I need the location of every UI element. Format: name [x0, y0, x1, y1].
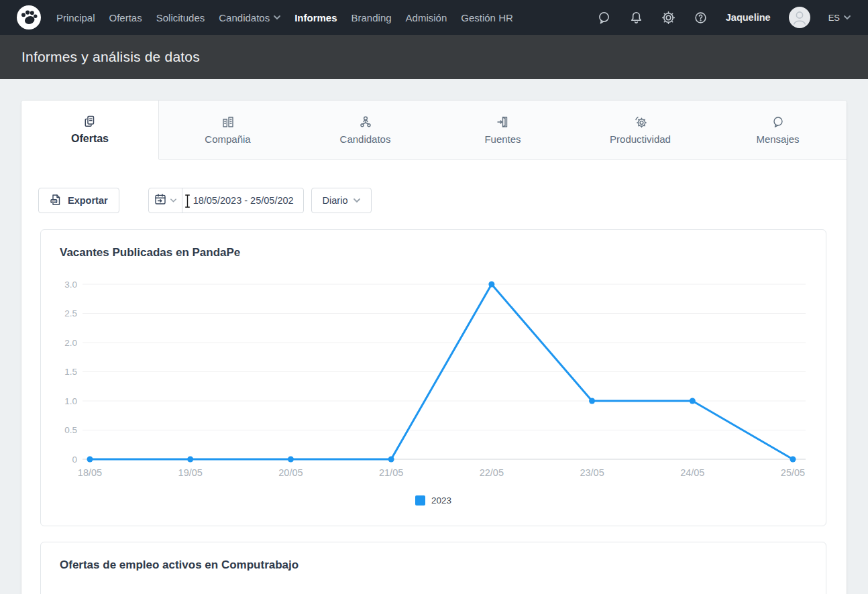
offers-icon [83, 115, 97, 128]
nav-item-informes[interactable]: Informes [294, 12, 337, 23]
nav-item-principal[interactable]: Principal [56, 12, 95, 23]
svg-text:csv: csv [52, 200, 56, 202]
svg-text:24/05: 24/05 [680, 467, 704, 478]
chat-icon[interactable] [597, 11, 611, 25]
nav-item-admision[interactable]: Admisión [406, 12, 447, 23]
tab-mensajes[interactable]: Mensajes [709, 101, 847, 160]
page-title: Informes y análisis de datos [21, 49, 200, 65]
reports-card: Ofertas Compañia Candidatos [21, 101, 847, 594]
svg-text:22/05: 22/05 [480, 467, 504, 478]
report-toolbar: csv Exportar 18/05/2023 - 25/05/202 [38, 188, 828, 213]
svg-text:19/05: 19/05 [178, 467, 203, 478]
legend-swatch-2023 [415, 495, 425, 506]
legend-label-2023: 2023 [431, 495, 451, 506]
nav-item-branding[interactable]: Branding [351, 12, 392, 23]
chevron-down-icon [274, 15, 280, 19]
csv-file-icon: csv [50, 194, 62, 208]
computrabajo-panel-title: Ofertas de empleo activos en Computrabaj… [41, 542, 826, 572]
tab-ofertas[interactable]: Ofertas [21, 101, 159, 160]
top-navigation: Principal Ofertas Solicitudes Candidatos… [0, 0, 868, 35]
svg-text:25/05: 25/05 [781, 467, 805, 478]
nav-item-solicitudes[interactable]: Solicitudes [156, 12, 205, 23]
company-icon [221, 115, 235, 129]
vacancies-panel: Vacantes Publicadas en PandaPe 00.51.01.… [40, 229, 826, 526]
svg-text:3.0: 3.0 [64, 280, 77, 290]
ibeam-cursor [184, 194, 191, 208]
computrabajo-panel: Ofertas de empleo activos en Computrabaj… [40, 542, 826, 594]
paw-icon [16, 5, 42, 30]
svg-text:0.5: 0.5 [64, 425, 77, 435]
svg-text:1.5: 1.5 [64, 367, 77, 377]
svg-text:2.0: 2.0 [64, 338, 77, 348]
page-title-bar: Informes y análisis de datos [0, 35, 868, 79]
tab-fuentes[interactable]: Fuentes [434, 101, 572, 160]
sources-icon [496, 115, 510, 129]
svg-text:0: 0 [72, 455, 77, 465]
user-silhouette-icon [789, 7, 810, 28]
notifications-icon[interactable] [629, 11, 643, 25]
svg-text:20/05: 20/05 [278, 467, 303, 478]
productivity-icon [634, 115, 647, 129]
tab-candidatos[interactable]: Candidatos [296, 101, 434, 160]
nav-item-candidatos[interactable]: Candidatos [219, 12, 280, 23]
svg-text:21/05: 21/05 [379, 467, 403, 478]
chevron-down-icon [170, 198, 176, 202]
tab-compania[interactable]: Compañia [159, 101, 296, 160]
nav-item-gestion-hr[interactable]: Gestión HR [461, 12, 513, 23]
period-select[interactable]: Diario [311, 188, 372, 213]
candidates-icon [359, 115, 372, 129]
vacancies-chart: 00.51.01.52.02.53.018/0519/0520/0521/052… [41, 259, 826, 506]
svg-text:18/05: 18/05 [78, 467, 102, 478]
language-selector[interactable]: ES [828, 13, 851, 23]
export-button[interactable]: csv Exportar [38, 188, 119, 213]
chevron-down-icon [844, 15, 851, 19]
svg-text:1.0: 1.0 [64, 396, 77, 406]
calendar-dropdown-button[interactable] [149, 188, 182, 213]
settings-icon[interactable] [661, 11, 675, 25]
svg-text:2.5: 2.5 [64, 308, 77, 318]
app-logo[interactable] [16, 5, 42, 30]
messages-icon [771, 115, 785, 129]
svg-text:23/05: 23/05 [580, 467, 604, 478]
user-name[interactable]: Jaqueline [726, 12, 771, 23]
chevron-down-icon [354, 198, 360, 202]
report-tabs: Ofertas Compañia Candidatos [21, 101, 847, 160]
calendar-icon [154, 193, 166, 208]
nav-item-ofertas[interactable]: Ofertas [109, 12, 142, 23]
help-icon[interactable] [694, 11, 708, 25]
tab-productividad[interactable]: Productividad [572, 101, 709, 160]
date-range-picker: 18/05/2023 - 25/05/202 [148, 188, 304, 213]
chart-legend: 2023 [41, 495, 826, 506]
vacancies-chart-title: Vacantes Publicadas en PandaPe [41, 230, 826, 259]
main-menu: Principal Ofertas Solicitudes Candidatos… [56, 12, 513, 23]
vacancies-chart-svg: 00.51.01.52.02.53.018/0519/0520/0521/052… [41, 269, 826, 482]
avatar[interactable] [789, 7, 810, 28]
nav-right-cluster: Jaqueline ES [597, 7, 851, 28]
date-range-input[interactable]: 18/05/2023 - 25/05/202 [182, 188, 303, 213]
